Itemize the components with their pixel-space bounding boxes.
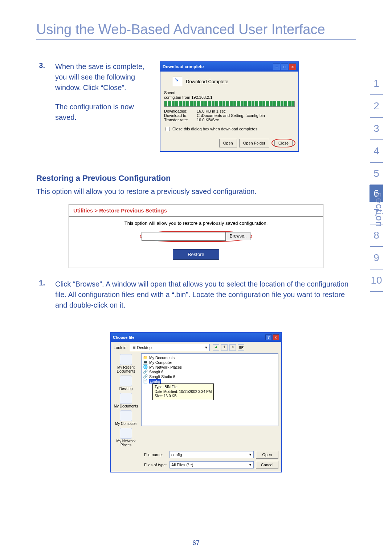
close-icon[interactable]: × [273, 334, 279, 340]
section-link-10[interactable]: 10 [370, 269, 383, 292]
download-icon [173, 77, 182, 86]
section-link-8[interactable]: 8 [370, 224, 383, 247]
downloadto-value: C:\Documents and Setting...\config.bin [197, 113, 265, 118]
saved-label: Saved: [164, 90, 295, 95]
step-3-number: 3. [36, 61, 45, 152]
restore-button[interactable]: Restore [173, 249, 219, 260]
list-item[interactable]: 💻 My Computer [143, 360, 277, 365]
chevron-down-icon: ▼ [249, 453, 252, 456]
section-link-2[interactable]: 2 [370, 95, 383, 118]
auto-close-checkbox[interactable] [166, 127, 170, 131]
open-button[interactable]: Open [219, 139, 237, 147]
chevron-down-icon: ▼ [249, 463, 252, 467]
list-item-selected[interactable]: 📄 config [143, 379, 277, 384]
place-desktop[interactable]: Desktop [111, 376, 141, 391]
restore-file-input[interactable] [142, 232, 226, 241]
browse-highlight: Browse.. [140, 231, 253, 242]
close-button[interactable]: Close [274, 140, 293, 146]
look-in-select[interactable]: 🖥 Desktop ▼ [130, 344, 210, 351]
list-item[interactable]: 🔗 SnagIt 6 [143, 369, 277, 374]
rate-label: Transfer rate: [164, 118, 197, 122]
place-network-places[interactable]: My Network Places [111, 428, 141, 447]
desktop-icon: 🖥 [132, 345, 136, 350]
rate-value: 16.0 KB/Sec [197, 118, 219, 122]
chevron-down-icon: ▼ [205, 346, 208, 349]
saved-file: config.bin from 192.168.2.1 [164, 95, 295, 100]
look-in-label: Look in: [114, 345, 128, 350]
close-icon[interactable]: × [289, 64, 296, 70]
download-complete-dialog: Download complete – □ × Download Complet… [160, 61, 299, 152]
maximize-icon[interactable]: □ [281, 64, 288, 70]
list-item[interactable]: 📁 My Documents [143, 355, 277, 360]
file-name-label: File name: [144, 453, 167, 457]
section-link-9[interactable]: 9 [370, 247, 383, 269]
page-title: Using the Web-Based Advanced User Interf… [36, 22, 356, 40]
file-name-input[interactable]: config▼ [170, 451, 254, 458]
choose-file-title: Choose file [113, 335, 134, 340]
sub-description: This option will allow you to restore a … [36, 186, 356, 197]
download-dialog-title: Download complete [163, 64, 204, 69]
open-folder-button[interactable]: Open Folder [239, 139, 269, 147]
cancel-button[interactable]: Cancel [256, 461, 278, 469]
file-type-select[interactable]: All Files (*.*)▼ [170, 461, 254, 468]
minimize-icon[interactable]: – [273, 64, 280, 70]
step-3-text-2: The configuration is now saved. [55, 102, 150, 123]
browse-button[interactable]: Browse.. [226, 232, 251, 240]
page-number: 67 [0, 539, 392, 547]
back-icon[interactable]: ◄ [213, 344, 219, 351]
list-item[interactable]: 🌐 My Network Places [143, 365, 277, 369]
up-icon[interactable]: ↥ [221, 344, 228, 351]
subheading: Restoring a Previous Configuration [36, 174, 356, 183]
utilities-help-text: This option will allow you to restore a … [76, 220, 316, 226]
step-1-text: Click “Browse”. A window will open that … [55, 279, 356, 311]
look-in-value: Desktop [137, 345, 152, 350]
section-link-3[interactable]: 3 [370, 118, 383, 140]
place-recent[interactable]: My Recent Documents [111, 354, 141, 373]
download-headline: Download Complete [186, 79, 228, 84]
list-item[interactable]: 🔗 SnagIt Studio 6 [143, 374, 277, 379]
file-type-label: Files of type: [144, 463, 167, 467]
close-button-highlight: Close [271, 139, 295, 147]
place-my-documents[interactable]: My Documents [111, 393, 141, 408]
file-list[interactable]: 📁 My Documents 💻 My Computer 🌐 My Networ… [141, 353, 278, 426]
progress-bar [164, 101, 295, 107]
utilities-panel: Utilities > Restore Previous Settings Th… [69, 204, 323, 268]
step-1-number: 1. [36, 279, 45, 311]
step-3-text-1: When the save is complete, you will see … [55, 61, 150, 93]
view-menu-icon[interactable]: ▦▾ [238, 344, 244, 351]
downloadto-label: Download to: [164, 113, 197, 118]
section-link-4[interactable]: 4 [370, 140, 383, 163]
place-my-computer[interactable]: My Computer [111, 410, 141, 426]
step-3-block: 3. When the save is complete, you will s… [36, 61, 356, 152]
choose-file-dialog: Choose file ? × Look in: 🖥 Desktop ▼ ◄ ↥… [110, 332, 282, 472]
help-icon[interactable]: ? [265, 334, 272, 340]
downloaded-value: 16.0 KB in 1 sec [197, 109, 226, 113]
new-folder-icon[interactable]: ✳ [229, 344, 236, 351]
auto-close-label: Close this dialog box when download comp… [172, 127, 257, 131]
section-link-1[interactable]: 1 [370, 73, 383, 95]
utilities-breadcrumb: Utilities > Restore Previous Settings [69, 204, 323, 217]
downloaded-label: Downloaded: [164, 109, 197, 113]
step-1-block: 1. Click “Browse”. A window will open th… [36, 279, 356, 311]
places-bar: My Recent Documents Desktop My Documents… [111, 353, 141, 449]
section-rail: 1 2 3 4 5 6 7 8 9 10 section [369, 73, 383, 292]
section-label: section [373, 192, 385, 227]
section-link-5[interactable]: 5 [370, 163, 383, 185]
open-button[interactable]: Open [256, 451, 278, 459]
file-tooltip: Type: BIN File Date Modified: 10/11/2002… [152, 384, 214, 400]
